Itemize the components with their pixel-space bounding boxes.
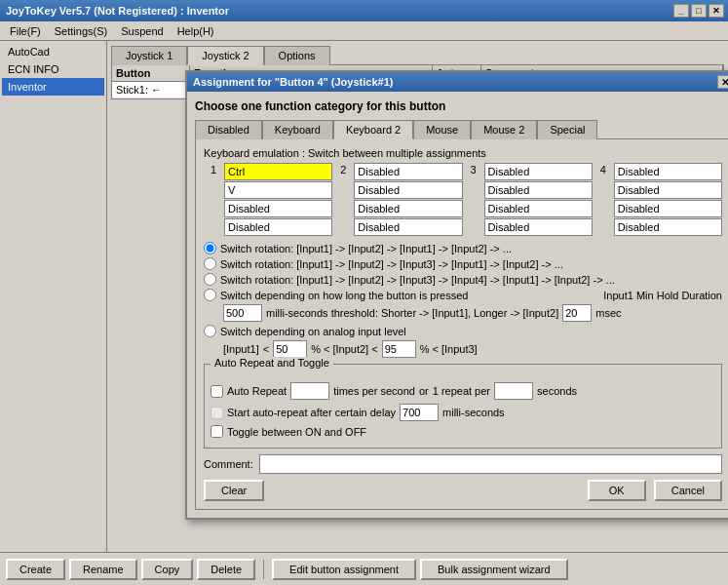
kb-col-num-4: 4	[594, 163, 613, 236]
clear-button[interactable]: Clear	[204, 480, 264, 501]
repeat-per-input[interactable]	[494, 382, 533, 400]
radio-row-1: Switch rotation: [Input1] -> [Input2] ->…	[204, 242, 722, 254]
msec-label: msec	[595, 307, 621, 319]
menu-help[interactable]: Help(H)	[172, 23, 220, 39]
pct2-input[interactable]	[382, 340, 416, 358]
kb-col2-row1-input[interactable]	[354, 163, 462, 180]
radio-section: Switch rotation: [Input1] -> [Input2] ->…	[204, 242, 722, 358]
main-layout: AutoCad ECN INFO Inventor Joystick 1 Joy…	[0, 41, 728, 552]
auto-repeat-checkbox[interactable]	[211, 385, 223, 398]
kb-col3-row3-input[interactable]	[484, 200, 593, 217]
start-delay-checkbox[interactable]	[211, 407, 223, 419]
rename-button[interactable]: Rename	[69, 559, 137, 580]
kb-col2-row4-input[interactable]	[354, 218, 462, 236]
close-button[interactable]: ✕	[709, 4, 724, 18]
menu-file[interactable]: File(F)	[4, 23, 47, 39]
tab-options[interactable]: Options	[264, 46, 330, 65]
radio-analog-level[interactable]	[204, 325, 216, 337]
minimize-button[interactable]: _	[673, 4, 689, 18]
threshold-value-input[interactable]	[223, 304, 262, 322]
create-button[interactable]: Create	[6, 559, 65, 580]
kb-col4-row4-input[interactable]	[614, 218, 722, 236]
hold-duration-label: Input1 Min Hold Duration	[603, 290, 722, 301]
radio-row-4: Switch depending on how long the button …	[204, 289, 722, 301]
or-label: or	[419, 385, 429, 397]
modal-title-bar: Assignment for "Button 4" (Joystick#1) ✕	[187, 72, 728, 92]
modal-tabs: Disabled Keyboard Keyboard 2 Mouse Mouse…	[195, 119, 728, 138]
kb-col1-row3-input[interactable]	[224, 200, 332, 217]
sidebar-item-ecninfo[interactable]: ECN INFO	[2, 60, 104, 78]
modal-tab-keyboard[interactable]: Keyboard	[262, 120, 333, 139]
toggle-checkbox[interactable]	[211, 425, 223, 438]
menu-settings[interactable]: Settings(S)	[49, 23, 113, 39]
radio-row-3: Switch rotation: [Input1] -> [Input2] ->…	[204, 273, 722, 286]
kb-col3-row2-input[interactable]	[484, 181, 593, 199]
sidebar-item-autocad[interactable]: AutoCad	[2, 43, 104, 60]
delay-value-input[interactable]	[400, 404, 439, 421]
ok-button[interactable]: OK	[588, 480, 646, 501]
window-controls: _ □ ✕	[673, 4, 724, 18]
kb-col1-row2-input[interactable]	[224, 181, 332, 199]
toggle-label: Toggle between ON and OFF	[227, 426, 366, 438]
modal-tab-mouse2[interactable]: Mouse 2	[471, 120, 537, 139]
comment-input[interactable]	[259, 454, 722, 474]
copy-button[interactable]: Copy	[141, 559, 194, 580]
repeat-label: 1 repeat per	[433, 385, 490, 397]
edit-assignment-button[interactable]: Edit button assignment	[272, 559, 416, 580]
seconds-label: seconds	[537, 385, 577, 397]
right-content: Joystick 1 Joystick 2 Options Button Fun…	[107, 41, 728, 552]
kb-col2-row3-input[interactable]	[354, 200, 462, 217]
modal-close-button[interactable]: ✕	[717, 75, 728, 89]
modal-buttons: Clear OK Cancel	[204, 480, 722, 501]
kb-col3-row4-input[interactable]	[484, 218, 593, 236]
menu-bar: File(F) Settings(S) Suspend Help(H)	[0, 21, 728, 41]
pct1-label: % < [Input2] <	[311, 343, 378, 355]
analog-row: [Input1] < % < [Input2] < % < [Input3]	[223, 340, 722, 358]
tab-joystick2[interactable]: Joystick 2	[187, 46, 263, 65]
delay-label: milli-seconds	[442, 407, 505, 418]
radio-switch-rotation-4[interactable]	[204, 273, 216, 286]
kb-col4-row3-input[interactable]	[614, 200, 722, 217]
auto-repeat-title: Auto Repeat and Toggle	[211, 357, 333, 369]
threshold-row: milli-seconds threshold: Shorter -> [Inp…	[223, 304, 722, 322]
radio-hold-duration[interactable]	[204, 289, 216, 301]
radio-row-5: Switch depending on analog input level	[204, 325, 722, 337]
modal-tab-disabled[interactable]: Disabled	[195, 120, 262, 139]
tab-joystick1[interactable]: Joystick 1	[111, 46, 187, 65]
kb-col-num-1: 1	[204, 163, 223, 236]
modal-tab-special[interactable]: Special	[537, 120, 597, 139]
lt1: <	[263, 343, 269, 355]
modal-tab-mouse[interactable]: Mouse	[413, 120, 471, 139]
kb-col-2	[354, 163, 462, 236]
kb-col3-row1-input[interactable]	[484, 163, 593, 180]
input1-label: [Input1]	[223, 343, 259, 355]
bulk-wizard-button[interactable]: Bulk assignment wizard	[420, 559, 568, 580]
auto-repeat-label: Auto Repeat	[227, 385, 287, 397]
msec-value-input[interactable]	[562, 304, 592, 322]
threshold-label: milli-seconds threshold: Shorter -> [Inp…	[266, 307, 558, 319]
assignment-modal: Assignment for "Button 4" (Joystick#1) ✕…	[185, 70, 728, 520]
comment-label: Comment:	[204, 458, 253, 470]
times-per-second-input[interactable]	[290, 382, 329, 400]
sidebar-item-inventor[interactable]: Inventor	[2, 78, 104, 96]
comment-row: Comment:	[204, 454, 722, 474]
modal-tab-keyboard2[interactable]: Keyboard 2	[333, 120, 413, 139]
kb-col1-row4-input[interactable]	[224, 218, 332, 236]
cancel-button[interactable]: Cancel	[654, 480, 722, 501]
kb-col2-row2-input[interactable]	[354, 181, 462, 199]
radio-switch-rotation-3[interactable]	[204, 257, 216, 270]
radio-label-4: Switch depending on how long the button …	[220, 290, 468, 301]
kb-col4-row2-input[interactable]	[614, 181, 722, 199]
pct1-input[interactable]	[273, 340, 307, 358]
kb-col4-row1-input[interactable]	[614, 163, 722, 180]
radio-label-1: Switch rotation: [Input1] -> [Input2] ->…	[220, 243, 512, 254]
kb-col-4	[614, 163, 722, 236]
delete-button[interactable]: Delete	[197, 559, 255, 580]
menu-suspend[interactable]: Suspend	[115, 23, 169, 39]
kb-col1-row1-input[interactable]	[224, 163, 332, 180]
maximize-button[interactable]: □	[691, 4, 707, 18]
start-delay-label: Start auto-repeat after certain delay	[227, 407, 396, 418]
radio-label-5: Switch depending on analog input level	[220, 326, 406, 337]
times-label: times per second	[333, 385, 415, 397]
radio-switch-rotation-2[interactable]	[204, 242, 216, 254]
